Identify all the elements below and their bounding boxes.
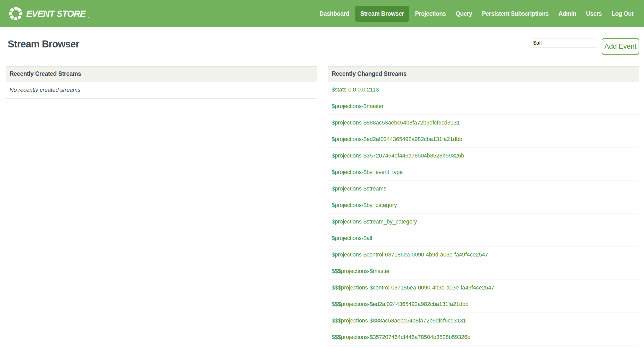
stream-row: $projections-$all <box>328 230 639 246</box>
stream-row: $$$projections-$888ac53aebc54b8fa72b9dfc… <box>328 312 639 329</box>
stream-row: $projections-$master <box>328 98 639 114</box>
panels-row: Recently Created Streams No recently cre… <box>6 66 639 345</box>
nav-item-dashboard[interactable]: Dashboard <box>315 10 354 17</box>
page-title: Stream Browser <box>6 38 79 50</box>
recently-created-streams-empty-message: No recently created streams <box>6 81 317 99</box>
stream-row: $projections-$control-037186ea-0090-4b9d… <box>328 246 639 263</box>
recently-changed-streams-list: $stats-0.0.0.0:2113 $projections-$master… <box>328 81 639 345</box>
logo-trademark-dot: . <box>88 14 89 19</box>
page-header: Stream Browser Add Event <box>6 38 639 55</box>
nav-item-query[interactable]: Query <box>451 10 477 17</box>
header-controls: Add Event <box>531 38 639 55</box>
page-content: Stream Browser Add Event Recently Create… <box>0 38 644 345</box>
stream-link[interactable]: $$$projections-$357207464df446a78504b352… <box>332 334 470 341</box>
stream-row: $projections-$ed2af0244365492a982cba131f… <box>328 131 639 147</box>
stream-link[interactable]: $stats-0.0.0.0:2113 <box>332 86 379 93</box>
stream-link[interactable]: $projections-$all <box>332 235 372 242</box>
stream-link[interactable]: $projections-$by_event_type <box>332 169 403 176</box>
stream-link[interactable]: $projections-$357207464df446a78504b3528b… <box>332 152 464 159</box>
nav-menu: Dashboard Stream Browser Projections Que… <box>315 6 638 22</box>
stream-row: $projections-$streams <box>328 180 639 197</box>
stream-row: $$$projections-$control-037186ea-0090-4b… <box>328 279 639 296</box>
recently-changed-streams-panel: Recently Changed Streams $stats-0.0.0.0:… <box>328 66 639 345</box>
stream-link[interactable]: $projections-$888ac53aebc54b8fa72b9dfcf6… <box>332 119 460 126</box>
event-store-logo[interactable]: EVENT STORE . <box>8 6 89 21</box>
recently-changed-streams-header: Recently Changed Streams <box>328 66 639 81</box>
stream-row: $$$projections-$357207464df446a78504b352… <box>328 329 639 345</box>
stream-row: $projections-$by_category <box>328 197 639 213</box>
stream-link[interactable]: $projections-$stream_by_category <box>332 218 417 225</box>
nav-item-admin[interactable]: Admin <box>554 10 581 17</box>
add-event-button[interactable]: Add Event <box>602 38 639 55</box>
nav-item-stream-browser[interactable]: Stream Browser <box>355 6 409 22</box>
recently-created-streams-panel: Recently Created Streams No recently cre… <box>6 66 317 99</box>
nav-item-projections[interactable]: Projections <box>410 10 451 17</box>
recently-created-streams-header: Recently Created Streams <box>6 66 317 81</box>
stream-link[interactable]: $$$projections-$888ac53aebc54b8fa72b9dfc… <box>332 317 466 324</box>
event-store-logo-icon <box>8 6 23 21</box>
nav-item-users[interactable]: Users <box>581 10 607 17</box>
stream-name-input[interactable] <box>531 38 597 47</box>
nav-item-persistent-subscriptions[interactable]: Persistent Subscriptions <box>477 10 554 17</box>
stream-link[interactable]: $projections-$streams <box>332 185 386 192</box>
stream-row: $$$projections-$ed2af0244365492a982cba13… <box>328 296 639 312</box>
stream-link[interactable]: $$$projections-$master <box>332 268 390 275</box>
top-navbar: EVENT STORE . Dashboard Stream Browser P… <box>0 0 644 27</box>
stream-link[interactable]: $projections-$ed2af0244365492a982cba131f… <box>332 136 462 143</box>
stream-link[interactable]: $projections-$master <box>332 103 384 110</box>
stream-row: $projections-$stream_by_category <box>328 213 639 230</box>
nav-item-log-out[interactable]: Log Out <box>607 10 638 17</box>
stream-link[interactable]: $$$projections-$control-037186ea-0090-4b… <box>332 284 494 291</box>
stream-row: $projections-$by_event_type <box>328 164 639 180</box>
stream-link[interactable]: $projections-$by_category <box>332 202 397 209</box>
stream-row: $stats-0.0.0.0:2113 <box>328 81 639 98</box>
stream-row: $projections-$888ac53aebc54b8fa72b9dfcf6… <box>328 114 639 131</box>
logo-text: EVENT STORE <box>26 9 86 19</box>
stream-row: $$$projections-$master <box>328 263 639 279</box>
stream-row: $projections-$357207464df446a78504b3528b… <box>328 147 639 164</box>
stream-link[interactable]: $$$projections-$ed2af0244365492a982cba13… <box>332 301 469 308</box>
stream-link[interactable]: $projections-$control-037186ea-0090-4b9d… <box>332 251 488 258</box>
